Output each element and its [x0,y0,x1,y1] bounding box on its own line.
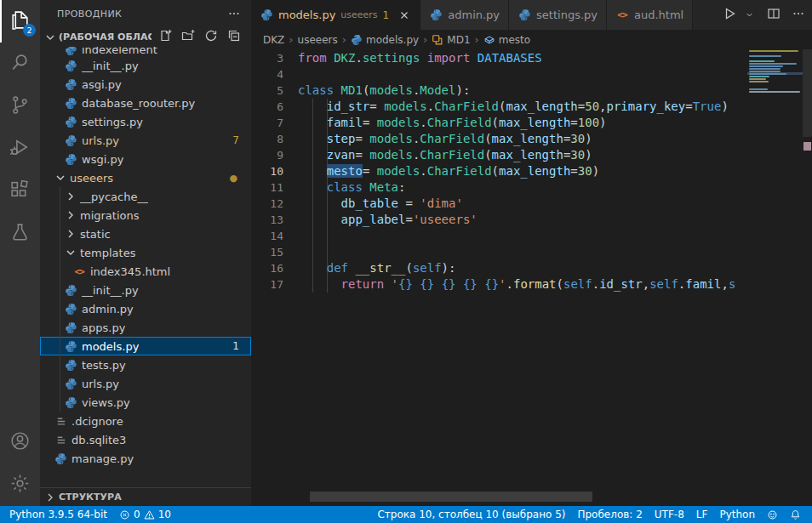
tree-folder-migrations[interactable]: migrations [40,206,251,225]
line-number: 10 [251,163,283,179]
vertical-scrollbar-thumb[interactable] [803,49,812,137]
status-indentation[interactable]: Пробелов: 2 [571,506,648,523]
status-encoding[interactable]: UTF-8 [649,506,690,523]
views-more-actions-icon[interactable] [226,5,243,22]
minimap[interactable] [747,49,803,506]
tree-item-database_roouter.py[interactable]: database_roouter.py [40,94,251,112]
tree-item-tests.py[interactable]: tests.py [40,355,251,374]
run-button[interactable] [721,7,738,24]
code-lines: 3from DKZ.settings import DATABASES45cla… [251,50,747,293]
tree-item-indexelement[interactable]: indexelement [40,47,251,56]
breadcrumb-mesto[interactable]: mesto [483,34,530,46]
code-text: zvan= models.CharField(max_length=30) [298,147,592,163]
code-line-14: 14 [251,228,747,244]
explorer-actions [157,29,243,46]
tree-indent-guide [60,187,60,412]
code-line-6: 6 id_str= models.CharField(max_length=50… [251,99,747,115]
status-label: Пробелов: 2 [577,509,642,520]
breadcrumb-useeers[interactable]: useeers [298,34,338,46]
tab-aud.html[interactable]: <>aud.html [607,0,693,30]
overview-ruler-selection-marker [803,142,811,151]
code-editor[interactable]: 3from DKZ.settings import DATABASES45cla… [251,49,812,506]
status-cursor-position[interactable]: Строка 10, столбец 10 (выбрано 5) [371,506,571,523]
file-tree: indexelement__init__.pyasgi.pydatabase_r… [40,47,251,468]
tree-item-db.sqlite3[interactable]: db.sqlite3 [40,430,251,449]
tree-folder-static[interactable]: static [40,225,251,243]
status-feedback[interactable] [761,506,784,523]
python-file-icon [64,358,77,372]
tree-item-label: index345.html [90,265,170,278]
status-language-mode[interactable]: Python [713,506,761,523]
tree-item-views.py[interactable]: views.py [40,393,251,412]
tree-item-admin.py[interactable]: admin.py [40,299,251,318]
tree-item-label: apps.py [82,321,125,334]
python-file-icon [64,339,77,353]
tree-item-asgi.py[interactable]: asgi.py [40,75,251,94]
activity-bar-settings[interactable] [0,463,40,506]
status-bar: Python 3.9.5 64-bit010 Строка 10, столбе… [0,506,812,523]
collapse-all-button[interactable] [226,29,243,46]
activity-bar-account[interactable] [0,421,40,463]
tree-folder-templates[interactable]: templates [40,243,251,262]
breadcrumb-label: DKZ [263,34,284,46]
status-notifications[interactable] [784,506,807,523]
more-actions-button[interactable] [790,7,807,24]
horizontal-scrollbar-thumb[interactable] [310,492,592,502]
code-text: return '{} {} {} {} {}'.format(self.id_s… [298,276,735,293]
tree-item-wsgi.py[interactable]: wsgi.py [40,150,251,168]
tab-settings.py[interactable]: settings.py [509,0,607,30]
line-number: 12 [251,196,283,212]
status-eol[interactable]: LF [690,506,714,523]
file-file-icon [54,414,67,428]
activity-bar-extensions[interactable] [0,170,40,213]
tree-item-manage.py[interactable]: manage.py [40,449,251,468]
workspace-section-header[interactable]: (РАБОЧАЯ ОБЛАСТЬ) ... [40,27,251,47]
tab-models.py[interactable]: models.pyuseeers1 [251,0,420,30]
workspace-label: (РАБОЧАЯ ОБЛАСТЬ) ... [59,31,152,43]
line-number: 4 [251,66,283,82]
tree-item-label: indexelement [82,47,157,56]
breadcrumb-DKZ[interactable]: DKZ [263,34,284,46]
tree-item-label: .dcignore [71,415,123,428]
activity-bar-testing[interactable] [0,213,40,255]
code-text: mesto= models.CharField(max_length=30) [298,163,599,179]
new-folder-button[interactable] [180,29,197,46]
tree-item-settings.py[interactable]: settings.py [40,112,251,131]
new-file-button[interactable] [157,29,174,46]
breadcrumb-models.py[interactable]: models.py [351,34,419,46]
tree-item-__init__.py[interactable]: __init__.py [40,281,251,299]
split-editor-icon [767,7,781,24]
tree-folder-__pycache__[interactable]: __pycache__ [40,187,251,206]
tree-item-index345.html[interactable]: <>index345.html [40,262,251,281]
tree-item-.dcignore[interactable]: .dcignore [40,412,251,430]
python-file-icon [64,377,77,390]
code-line-9: 9 zvan= models.CharField(max_length=30) [251,147,747,163]
status-python-interpreter[interactable]: Python 3.9.5 64-bit [3,506,113,523]
breadcrumb-MD1[interactable]: MD1 [432,34,470,46]
line-number: 14 [251,228,283,244]
tree-item-models.py[interactable]: models.py1 [40,337,251,355]
tree-folder-useeers[interactable]: useeers● [40,168,251,187]
breadcrumb-separator: › [342,33,346,46]
close-icon[interactable] [397,9,411,22]
tab-admin.py[interactable]: admin.py [420,0,509,30]
outline-section-header[interactable]: СТРУКТУРА [40,487,251,506]
activity-bar-search[interactable] [0,43,40,85]
activity-bar-explorer[interactable]: 2 [0,0,40,43]
split-editor-button[interactable] [765,7,782,24]
tree-item-label: urls.py [82,378,119,390]
tab-label: models.py [278,9,335,21]
vertical-scrollbar[interactable] [803,49,812,506]
activity-bar-source-control[interactable] [0,85,40,128]
code-text: db_table = 'dima' [298,196,463,212]
tree-item-urls.py[interactable]: urls.py [40,374,251,393]
tree-item-urls.py[interactable]: urls.py7 [40,131,251,150]
activity-bar-run-debug[interactable] [0,128,40,170]
tree-item-__init__.py[interactable]: __init__.py [40,56,251,75]
refresh-button[interactable] [203,29,220,46]
run-dropdown[interactable] [741,7,758,24]
code-text: app_label='useeers' [298,212,477,228]
minimap-line [749,73,786,75]
tree-item-apps.py[interactable]: apps.py [40,318,251,337]
status-problems[interactable]: 010 [113,506,177,523]
